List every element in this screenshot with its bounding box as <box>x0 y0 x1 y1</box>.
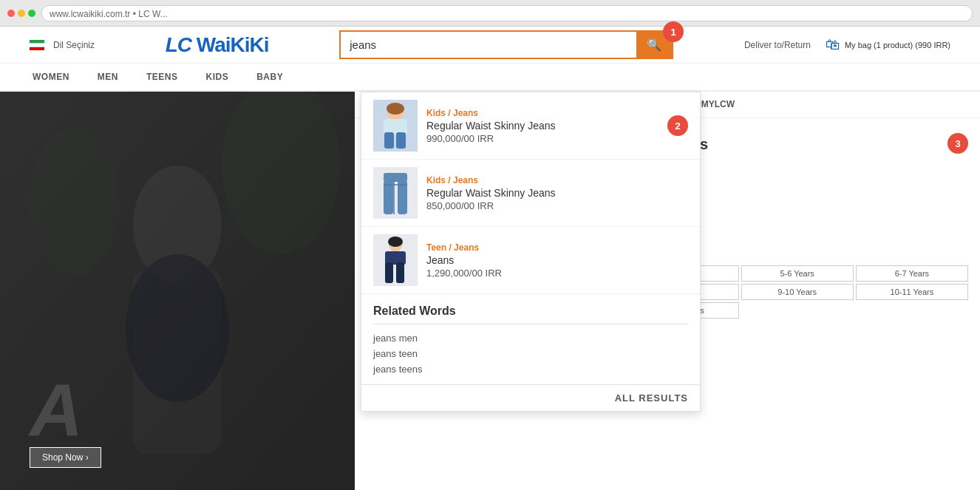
hero-letter: A <box>30 368 83 453</box>
header-search-area: 🔍 1 <box>339 30 673 59</box>
svg-point-11 <box>387 103 404 115</box>
hero-background: A <box>0 92 355 490</box>
result-price-3: 1,290,000/00 IRR <box>426 268 688 279</box>
nav-women[interactable]: WOMEN <box>30 72 72 82</box>
size-6-7[interactable]: 6-7 Years <box>856 265 968 282</box>
result-thumb-2 <box>373 167 418 219</box>
deliver-to: Deliver to/Return <box>744 40 811 50</box>
search-result-2[interactable]: Kids / Jeans Regular Waist Skinny Jeans … <box>361 160 700 227</box>
svg-rect-14 <box>384 180 393 214</box>
site-header: Dil Seçiniz LC WaiKiKi 🔍 1 Deliver to/Re… <box>0 27 980 64</box>
browser-chrome: www.lcwaikiki.com.tr • LC W... <box>0 0 980 27</box>
related-word-3[interactable]: jeans teens <box>373 361 688 377</box>
minimize-dot[interactable] <box>18 10 25 17</box>
search-icon: 🔍 <box>647 38 661 51</box>
related-words-title: Related Words <box>373 304 688 324</box>
result-price-2: 850,000/00 IRR <box>426 200 688 211</box>
related-words-section: Related Words jeans men jeans teen jeans… <box>361 294 700 385</box>
all-results-bar[interactable]: ALL RESULTS <box>361 385 700 411</box>
size-5-6[interactable]: 5-6 Years <box>741 265 854 282</box>
product-badge-3: 3 <box>947 133 968 154</box>
site-logo[interactable]: LC WaiKiKi <box>166 33 269 57</box>
svg-rect-10 <box>396 132 406 149</box>
size-10-11[interactable]: 10-11 Years <box>856 284 968 300</box>
result-badge-2: 2 <box>667 115 688 136</box>
result-info-2: Kids / Jeans Regular Waist Skinny Jeans … <box>426 175 688 211</box>
result-price-1: 990,000/00 IRR <box>426 133 659 144</box>
result-category-3: Teen / Jeans <box>426 242 688 253</box>
result-name-1: Regular Waist Skinny Jeans <box>426 120 659 132</box>
cart-text: My bag (1 product) (990 IRR) <box>845 41 950 50</box>
logo-lc: LC <box>166 33 197 56</box>
result-info-3: Teen / Jeans Jeans 1,290,000/00 IRR <box>426 242 688 279</box>
nav-baby[interactable]: BABY <box>253 72 286 82</box>
address-bar[interactable]: www.lcwaikiki.com.tr • LC W... <box>41 5 973 21</box>
svg-rect-15 <box>398 180 407 214</box>
result-name-3: Jeans <box>426 254 688 266</box>
iran-flag-icon <box>30 40 44 50</box>
nav-teens[interactable]: TEENS <box>143 72 181 82</box>
cart-area[interactable]: 🛍 My bag (1 product) (990 IRR) <box>826 36 950 53</box>
search-result-3[interactable]: Teen / Jeans Jeans 1,290,000/00 IRR <box>361 227 700 294</box>
result-info-1: Kids / Jeans Regular Waist Skinny Jeans … <box>426 108 659 144</box>
search-badge: 1 <box>663 21 684 42</box>
svg-rect-21 <box>385 262 393 283</box>
search-box: 🔍 <box>339 30 673 59</box>
svg-point-23 <box>388 237 403 247</box>
maximize-dot[interactable] <box>28 10 35 17</box>
shop-now-button[interactable]: Shop Now › <box>30 447 101 468</box>
result-category-2: Kids / Jeans <box>426 175 688 186</box>
browser-dots <box>7 10 35 17</box>
related-word-2[interactable]: jeans teen <box>373 346 688 361</box>
logo-waikiki: WaiKiKi <box>197 33 269 56</box>
nav-men[interactable]: MEN <box>95 72 121 82</box>
svg-rect-22 <box>396 262 404 283</box>
svg-point-5 <box>30 129 118 276</box>
header-right: Deliver to/Return 🛍 My bag (1 product) (… <box>744 36 950 53</box>
result-thumb-1 <box>373 100 418 152</box>
close-dot[interactable] <box>7 10 15 17</box>
cart-icon: 🛍 <box>826 36 840 53</box>
result-category-1: Kids / Jeans <box>426 108 659 118</box>
main-content: A Shop Now › Kids / Jean <box>0 92 980 490</box>
subnav-mylcw[interactable]: #MyLCW <box>696 99 735 111</box>
related-word-1[interactable]: jeans men <box>373 330 688 346</box>
svg-rect-9 <box>384 132 394 149</box>
main-nav: WOMEN MEN TEENS KIDS BABY <box>0 64 980 92</box>
svg-point-3 <box>126 254 229 402</box>
search-dropdown: Kids / Jeans Regular Waist Skinny Jeans … <box>361 92 701 412</box>
search-input[interactable] <box>341 33 636 57</box>
nav-kids[interactable]: KIDS <box>203 72 232 82</box>
result-name-2: Regular Waist Skinny Jeans <box>426 187 688 199</box>
size-9-10[interactable]: 9-10 Years <box>741 284 854 300</box>
search-result-1[interactable]: Kids / Jeans Regular Waist Skinny Jeans … <box>361 92 700 160</box>
result-thumb-3 <box>373 234 418 286</box>
lang-label[interactable]: Dil Seçiniz <box>53 40 95 50</box>
hero-banner: A Shop Now › <box>0 92 355 490</box>
